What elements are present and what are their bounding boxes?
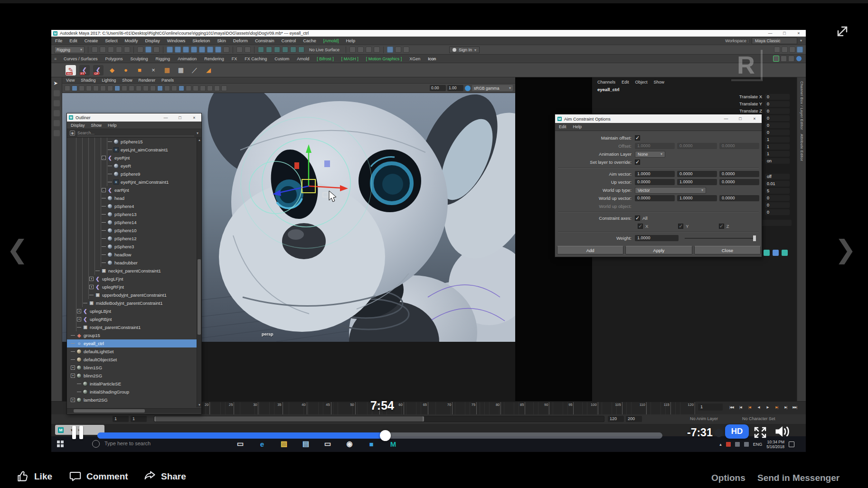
select-cam-icon[interactable] [65,85,70,91]
expand-icon[interactable]: + [71,398,75,402]
menu-file[interactable]: File [55,38,62,43]
settings-gear-icon[interactable] [715,429,723,437]
outliner-item-psphere9[interactable]: pSphere9 [67,170,201,178]
sign-in-button[interactable]: Sign In ▾ [449,47,480,53]
expand-icon[interactable]: + [77,309,81,313]
timeline-tick[interactable]: 120 [671,402,695,414]
shelf-tab-animation[interactable]: Animation [178,56,197,61]
channel-row[interactable]: Translate Y0 [592,100,792,107]
up-vector-y-field[interactable]: 1.0000 [677,179,717,185]
outliner-item-psphere12[interactable]: pSphere12 [67,235,201,243]
hyper-pane-icon[interactable] [150,85,156,91]
menu-edit[interactable]: Edit [559,124,566,129]
outliner-item-psphere3[interactable]: pSphere3 [67,243,201,251]
curve-display-icon[interactable] [782,47,788,53]
outliner-item-eyer[interactable]: eyeR [67,162,201,170]
ipr-render-icon[interactable] [358,47,364,53]
timeline-tick[interactable]: 95 [549,402,574,414]
hypershade-blue-icon[interactable] [387,47,393,53]
video-frame[interactable]: M Autodesk Maya 2017: C:\Users\lti-r01\D… [51,30,806,452]
move-tool-icon[interactable] [54,110,60,116]
menu-arnold[interactable]: [Arnold] [323,38,339,43]
expand-icon[interactable]: + [71,366,75,370]
channel-value[interactable]: 0 [765,108,790,114]
expand-icon[interactable]: + [71,374,75,378]
channel-menu-show[interactable]: Show [654,80,665,84]
hd-badge[interactable]: HD [725,424,749,439]
axis-x-checkbox[interactable] [638,224,643,229]
previous-media-button[interactable]: ❮ [7,235,28,264]
outliner-item-uplegrfjnt[interactable]: +❮uplegRFjnt [67,283,201,291]
menu-deform[interactable]: Deform [233,38,248,43]
up-vector-x-field[interactable]: 0.0000 [635,179,675,185]
shelf-menu-icon[interactable]: ≡ [54,56,57,61]
image-plane-icon[interactable] [93,85,99,91]
timeline-tick[interactable]: 105 [598,402,623,414]
nurbs-circle-icon[interactable]: ◆ [107,65,117,75]
timeline-tick[interactable]: 75 [453,402,477,414]
menu-control[interactable]: Control [282,38,296,43]
channel-value[interactable]: 0 [765,209,790,215]
new-scene-icon[interactable] [92,47,98,53]
show-manip-icon[interactable] [223,47,229,53]
snap-point-icon[interactable] [274,47,280,53]
maximize-icon[interactable]: □ [173,114,187,121]
rotate-tool-icon[interactable] [54,120,60,126]
apply-button[interactable]: Apply [625,246,692,254]
menu-windows[interactable]: Windows [167,38,186,43]
minimize-icon[interactable]: — [763,30,777,37]
outliner-item-psphere13[interactable]: pSphere13 [67,210,201,218]
outliner-item-psphere10[interactable]: pSphere10 [67,226,201,235]
outliner-item-upperbodyjnt_parentconstraint1[interactable]: ▣upperbodyjnt_parentConstraint1 [67,291,201,299]
range-slider-thumb[interactable] [154,416,424,422]
expand-icon[interactable]: + [77,317,81,321]
undo-icon[interactable] [116,47,122,53]
cp-handle-icon[interactable]: ❮CP [93,65,104,75]
options-link[interactable]: Options [711,473,745,483]
channel-value[interactable]: 1 [765,151,790,157]
move-tool-icon[interactable] [167,47,173,53]
tray-app-icon[interactable] [726,442,731,447]
anim-end-field[interactable]: 200 [626,416,642,422]
outliner-item-eyerjnt_aimconstraint1[interactable]: +eyeRjnt_aimConstraint1 [67,178,201,186]
remove-joint-icon[interactable]: × [148,65,159,75]
poly-cube-icon[interactable]: ■ [134,65,145,75]
menu-skin[interactable]: Skin [217,38,226,43]
anim-layer-menu[interactable]: No Anim Layer [690,416,718,421]
cam-attrs-icon[interactable] [79,85,85,91]
channel-value[interactable]: 0 [765,122,790,128]
maya-icon[interactable]: M [388,439,398,449]
shelf-tab-xgen[interactable]: XGen [409,56,420,61]
step-forward-button[interactable]: ▶| [782,404,790,411]
close-button[interactable]: Close [694,246,761,254]
world-up-type-dropdown[interactable]: Vector ▾ [635,187,706,194]
lasso-tool-icon[interactable] [54,90,60,96]
timeline-tick[interactable]: 70 [428,402,453,414]
menu-skeleton[interactable]: Skeleton [192,38,210,43]
outliner-item-uplegrbjnt[interactable]: +❮uplegRBjnt [67,315,201,323]
lock-selection-icon[interactable] [236,47,243,53]
make-live-icon[interactable] [298,47,304,53]
add-button[interactable]: Add [557,246,623,254]
shelf-tab-mash[interactable]: [ MASH ] [341,56,359,61]
progress-handle[interactable] [380,430,391,441]
workspace-value[interactable]: Maya Classic [752,38,797,44]
panel-menu-renderer[interactable]: Renderer [139,78,155,83]
timeline-tick[interactable]: 30 [234,402,258,414]
mash-bracket-icon[interactable] [403,47,409,53]
gamma-field[interactable]: 1.00 [447,85,463,91]
outliner-tree[interactable]: pSphere15+eyeLjnt_aimConstraint1-❮eyeRjn… [67,138,201,407]
outliner-pane-icon[interactable] [136,85,142,91]
comment-button[interactable]: Comment [69,470,128,483]
fk-handle-icon[interactable]: ❮FT [79,65,90,75]
panel-menu-view[interactable]: View [66,78,75,83]
channel-value[interactable]: off [765,174,790,179]
channel-value[interactable]: 0 [765,115,790,121]
grid-display-icon[interactable] [774,47,780,53]
paint-select-tool-icon[interactable] [145,47,151,53]
channel-value[interactable]: 0 [765,202,790,208]
channel-row[interactable]: Translate Z0 [592,107,792,114]
play-backwards-button[interactable]: ◀ [755,404,763,411]
scale-tool-icon[interactable] [54,130,60,136]
channel-value[interactable]: 5 [765,188,790,194]
